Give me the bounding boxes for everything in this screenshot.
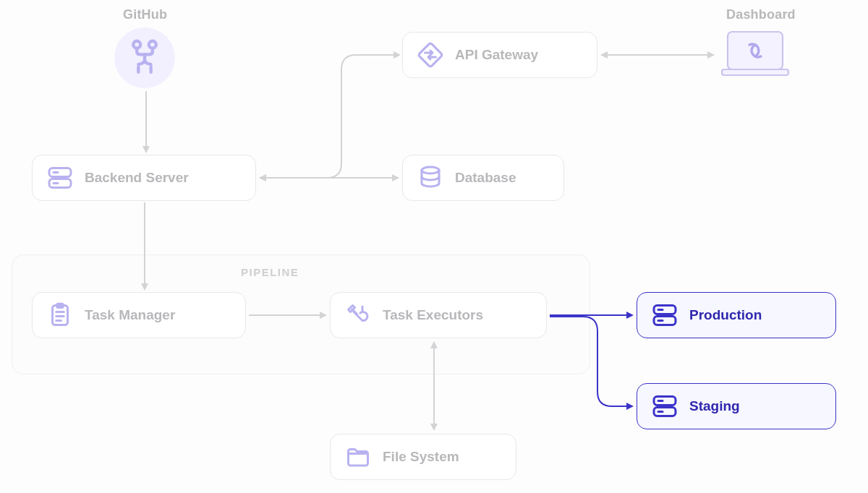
arrow-executors-filesystem <box>428 340 440 432</box>
file-system-node: File System <box>330 434 516 480</box>
database-node: Database <box>402 155 564 201</box>
task-executors-label: Task Executors <box>383 307 483 323</box>
svg-marker-41 <box>430 341 438 348</box>
folder-icon <box>345 444 371 470</box>
svg-marker-45 <box>626 403 634 410</box>
task-executors-node: Task Executors <box>330 292 547 338</box>
file-system-label: File System <box>383 449 459 465</box>
svg-marker-36 <box>600 51 608 59</box>
production-node: Production <box>637 292 836 338</box>
svg-marker-27 <box>142 146 150 153</box>
database-label: Database <box>455 170 516 186</box>
production-label: Production <box>689 307 762 323</box>
server-icon <box>652 302 678 328</box>
task-manager-label: Task Manager <box>85 307 175 323</box>
swap-icon <box>417 42 443 68</box>
pipeline-label: PIPELINE <box>241 266 299 278</box>
server-icon <box>47 165 73 191</box>
arrow-taskmanager-executors <box>247 309 328 321</box>
svg-marker-42 <box>430 424 438 431</box>
task-manager-node: Task Manager <box>32 292 246 338</box>
staging-label: Staging <box>689 398 740 414</box>
arrow-apigateway-dashboard <box>599 49 716 61</box>
dashboard-label: Dashboard <box>726 7 796 22</box>
github-label: GitHub <box>123 7 167 22</box>
svg-marker-37 <box>707 51 715 59</box>
laptop-icon <box>719 29 791 78</box>
arrow-github-backend <box>140 91 152 155</box>
tools-icon <box>345 302 371 328</box>
svg-marker-34 <box>393 51 401 59</box>
arrow-backend-taskmanager <box>139 202 150 292</box>
arrow-executors-staging <box>548 315 635 413</box>
backend-server-label: Backend Server <box>85 170 189 186</box>
svg-marker-33 <box>259 174 266 181</box>
svg-rect-3 <box>722 69 788 75</box>
dashboard-node <box>719 29 791 78</box>
github-icon <box>126 38 163 78</box>
database-icon <box>417 165 443 191</box>
svg-rect-2 <box>728 32 783 69</box>
svg-marker-29 <box>141 283 148 291</box>
arrow-backend-apigateway <box>258 43 402 185</box>
backend-server-node: Backend Server <box>32 155 256 201</box>
api-gateway-label: API Gateway <box>455 47 538 63</box>
staging-node: Staging <box>637 383 836 429</box>
svg-point-9 <box>422 167 439 173</box>
github-node <box>114 27 175 88</box>
clipboard-icon <box>47 302 73 328</box>
svg-marker-39 <box>320 312 327 319</box>
server-icon <box>652 393 678 419</box>
api-gateway-node: API Gateway <box>402 32 597 78</box>
